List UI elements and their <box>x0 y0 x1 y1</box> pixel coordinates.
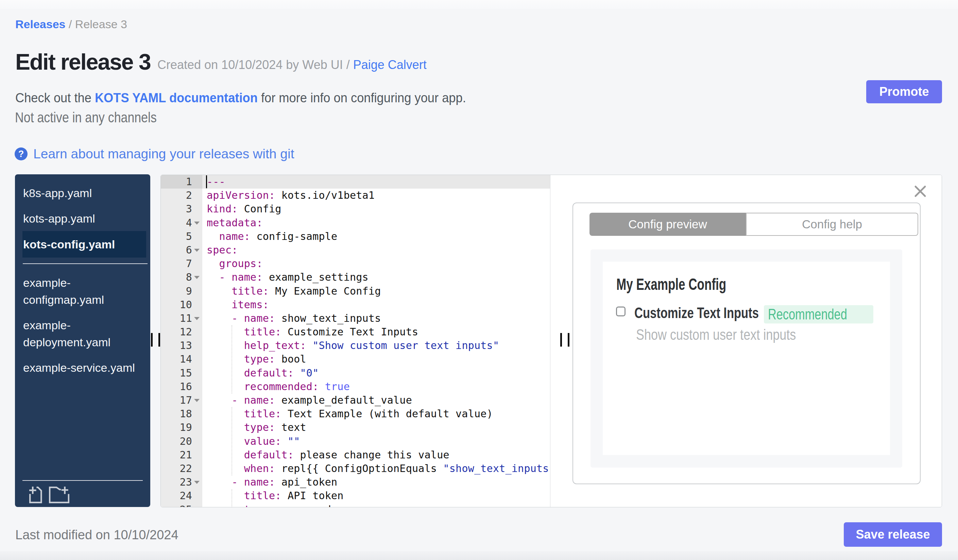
breadcrumb: Releases / Release 3 <box>15 17 127 31</box>
gutter-line-5: 5 <box>161 230 202 243</box>
config-render-background: My Example Config Customize Text Inputs … <box>590 250 902 468</box>
save-release-button[interactable]: Save release <box>844 522 942 547</box>
new-file-icon <box>29 487 42 503</box>
gutter-line-20: 20 <box>161 435 202 448</box>
handle-bar <box>151 333 153 346</box>
new-file-button[interactable] <box>29 487 42 504</box>
new-folder-button[interactable] <box>49 487 69 504</box>
config-item-help-text: Show custom user text inputs <box>636 326 836 343</box>
gutter-line-2: 2 <box>161 188 202 202</box>
editor-preview-resize-handle[interactable] <box>560 333 570 346</box>
code-line-8: - name: example_settings <box>202 271 550 284</box>
file-sidebar: k8s-app.yamlkots-app.yamlkots-config.yam… <box>15 174 150 507</box>
indent-guide <box>232 407 232 475</box>
breadcrumb-current: Release 3 <box>75 18 127 30</box>
tab-config-preview[interactable]: Config preview <box>590 213 746 236</box>
fold-arrow-icon[interactable] <box>194 399 200 402</box>
breadcrumb-releases-link[interactable]: Releases <box>15 18 65 30</box>
created-author-link[interactable]: Paige Calvert <box>353 58 427 72</box>
editor-gutter: 1234567891011121314151617181920212223242… <box>161 175 202 507</box>
preview-tabs: Config previewConfig help <box>590 213 918 236</box>
code-line-16: recommended: true <box>202 380 550 394</box>
help-question-icon: ? <box>14 147 27 160</box>
gutter-line-13: 13 <box>161 339 202 353</box>
gutter-line-3: 3 <box>161 202 202 216</box>
gutter-line-8: 8 <box>161 271 202 284</box>
code-line-25: type: password <box>202 503 550 507</box>
code-line-9: title: My Example Config <box>202 285 550 298</box>
close-icon <box>914 185 926 198</box>
code-line-6: spec: <box>202 243 550 257</box>
file-item-example-service.yaml[interactable]: example-service.yaml <box>15 355 150 380</box>
sidebar-editor-resize-handle[interactable] <box>151 333 160 346</box>
code-line-3: kind: Config <box>202 202 550 216</box>
gutter-line-12: 12 <box>161 325 202 339</box>
config-preview-card: Config previewConfig help My Example Con… <box>573 202 921 484</box>
last-modified-text: Last modified on 10/10/2024 <box>15 527 178 542</box>
gutter-line-7: 7 <box>161 257 202 271</box>
editor-code-area: ---apiVersion: kots.io/v1beta1kind: Conf… <box>202 175 550 507</box>
fold-arrow-icon[interactable] <box>194 249 200 252</box>
code-line-14: type: bool <box>202 353 550 366</box>
created-line: Created on 10/10/2024 by Web UI / Paige … <box>157 58 427 72</box>
gutter-line-4: 4 <box>161 216 202 230</box>
docs-prefix: Check out the <box>15 90 95 105</box>
file-item-kots-app.yaml[interactable]: kots-app.yaml <box>15 206 150 231</box>
breadcrumb-separator: / <box>69 18 75 30</box>
code-line-18: title: Text Example (with default value) <box>202 407 550 421</box>
handle-bar <box>568 333 569 346</box>
docs-suffix: for more info on configuring your app. <box>258 90 466 105</box>
fold-arrow-icon[interactable] <box>194 276 200 279</box>
gutter-line-1: 1 <box>161 175 202 188</box>
gutter-line-15: 15 <box>161 366 202 380</box>
code-line-2: apiVersion: kots.io/v1beta1 <box>202 188 550 202</box>
customize-text-inputs-checkbox[interactable] <box>616 307 625 316</box>
gutter-line-14: 14 <box>161 353 202 366</box>
code-line-11: - name: show_text_inputs <box>202 312 550 325</box>
file-group-divider <box>23 263 148 264</box>
gutter-line-18: 18 <box>161 407 202 421</box>
code-line-1: --- <box>202 175 550 188</box>
code-line-20: value: "" <box>202 435 550 448</box>
top-strip <box>0 0 958 9</box>
code-line-5: name: config-sample <box>202 230 550 243</box>
code-editor[interactable]: 1234567891011121314151617181920212223242… <box>161 175 550 507</box>
gutter-line-23: 23 <box>161 475 202 489</box>
gutter-line-16: 16 <box>161 380 202 394</box>
indent-guide <box>232 325 232 394</box>
code-line-12: title: Customize Text Inputs <box>202 325 550 339</box>
code-line-22: when: repl{{ ConfigOptionEquals "show_te… <box>202 462 550 475</box>
file-item-kots-config.yaml[interactable]: kots-config.yaml <box>22 231 146 258</box>
sidebar-actions <box>15 481 150 507</box>
close-preview-button[interactable] <box>914 185 926 198</box>
gutter-line-24: 24 <box>161 489 202 503</box>
page-title: Edit release 3 <box>15 51 151 73</box>
gutter-line-17: 17 <box>161 394 202 407</box>
file-list: k8s-app.yamlkots-app.yamlkots-config.yam… <box>15 174 150 380</box>
file-item-example-configmap.yaml[interactable]: example-configmap.yaml <box>15 270 150 312</box>
code-line-17: - name: example_default_value <box>202 394 550 407</box>
code-line-23: - name: api_token <box>202 475 550 489</box>
workspace: 1234567891011121314151617181920212223242… <box>160 175 942 507</box>
fold-arrow-icon[interactable] <box>194 221 200 225</box>
code-line-4: metadata: <box>202 216 550 230</box>
gutter-line-21: 21 <box>161 448 202 462</box>
tab-config-help[interactable]: Config help <box>746 213 918 236</box>
gutter-line-25: 25 <box>161 503 202 507</box>
fold-arrow-icon[interactable] <box>194 481 200 484</box>
learn-git-link[interactable]: Learn about managing your releases with … <box>33 147 294 161</box>
sidebar-bottom <box>15 480 150 507</box>
fold-arrow-icon[interactable] <box>194 317 200 320</box>
code-line-24: title: API token <box>202 489 550 503</box>
recommended-badge: Recommended <box>764 305 873 323</box>
editor-cursor <box>206 176 207 188</box>
kots-yaml-docs-link[interactable]: KOTS YAML documentation <box>95 90 258 105</box>
code-line-13: help_text: "Show custom user text inputs… <box>202 339 550 353</box>
gutter-line-19: 19 <box>161 421 202 434</box>
promote-button[interactable]: Promote <box>866 80 942 103</box>
config-group-heading: My Example Config <box>616 275 767 294</box>
file-item-example-deployment.yaml[interactable]: example-deployment.yaml <box>15 312 150 355</box>
file-item-k8s-app.yaml[interactable]: k8s-app.yaml <box>15 180 150 206</box>
handle-bar <box>159 333 160 346</box>
code-line-21: default: please change this value <box>202 448 550 462</box>
